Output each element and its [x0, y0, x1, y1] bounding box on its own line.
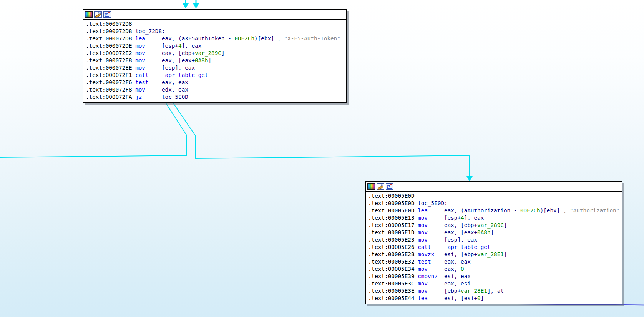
asm-token: lea — [135, 35, 162, 42]
asm-token: mov — [418, 237, 444, 243]
asm-token: .text:00005E17 — [368, 222, 418, 228]
asm-line[interactable]: .text:00005E3E mov [ebp+var_28E1], al — [368, 287, 619, 295]
asm-token: eax, [eax+ — [162, 57, 195, 63]
asm-token: 0 — [461, 266, 464, 272]
asm-line[interactable]: .text:000072F6 test eax, eax — [86, 79, 344, 86]
basic-block-loc_72D8[interactable]: ⇄.text:000072D8.text:000072D8 loc_72D8:.… — [83, 9, 347, 103]
asm-token: ] — [208, 57, 212, 63]
group-nodes-icon[interactable]: ⇄ — [386, 183, 393, 190]
asm-token: loc_5E0D: — [418, 200, 447, 206]
disasm-listing: .text:00005E0D.text:00005E0D loc_5E0D:.t… — [366, 192, 622, 304]
asm-line[interactable]: .text:00005E17 mov eax, [ebp+var_289C] — [368, 222, 619, 229]
asm-token: call — [418, 244, 444, 250]
asm-token: lea — [418, 207, 444, 214]
asm-token: .text:00005E2B — [368, 251, 418, 257]
asm-token: mov — [418, 280, 444, 287]
basic-block-loc_5E0D[interactable]: ⇄.text:00005E0D.text:00005E0D loc_5E0D:.… — [365, 181, 622, 304]
asm-token: [ebp+ — [444, 288, 461, 294]
edge-jz-to-loc_5E0D — [171, 100, 470, 177]
asm-token: ] — [504, 222, 507, 228]
asm-line[interactable]: .text:00005E2B movzx esi, [ebp+var_28E1] — [368, 251, 619, 258]
asm-token: .text:00005E0D — [368, 207, 418, 214]
asm-token: loc_5E0D — [162, 94, 188, 100]
asm-token: mov — [135, 50, 162, 56]
node-color-icon[interactable] — [367, 183, 375, 190]
group-nodes-icon[interactable]: ⇄ — [103, 11, 111, 18]
group-arrows-glyph: ⇄ — [387, 184, 390, 189]
asm-token: _apr_table_get — [162, 72, 208, 78]
asm-line[interactable]: .text:00005E13 mov [esp+4], eax — [368, 214, 619, 222]
asm-token: mov — [135, 87, 162, 93]
disasm-listing: .text:000072D8.text:000072D8 loc_72D8:.t… — [83, 20, 346, 102]
asm-token: mov — [418, 266, 444, 272]
asm-line[interactable]: .text:00005E0D lea eax, (aAuthorization … — [368, 207, 619, 214]
asm-line[interactable]: .text:000072F8 mov edx, eax — [86, 86, 344, 93]
asm-line[interactable]: .text:00005E39 cmovnz esi, eax — [368, 273, 619, 280]
asm-line[interactable]: .text:000072EE mov [esp], eax — [86, 64, 344, 72]
asm-token: eax, eax — [444, 259, 471, 265]
asm-token: mov — [135, 57, 162, 63]
asm-token: .text:000072D8 — [86, 21, 132, 27]
asm-token: .text:00005E26 — [368, 244, 418, 250]
asm-token: .text:000072D8 — [86, 28, 135, 34]
asm-token: eax, — [444, 266, 461, 272]
edit-node-icon[interactable] — [377, 183, 384, 190]
asm-line[interactable]: .text:00005E44 lea esi, [esi+0] — [368, 295, 619, 302]
asm-token: 4 — [461, 215, 464, 221]
asm-token: [esp], eax — [162, 65, 195, 71]
asm-line[interactable]: .text:000072D8 — [86, 20, 344, 28]
asm-token: mov — [135, 65, 162, 71]
asm-token: ], eax — [182, 43, 202, 49]
asm-token: mov — [418, 288, 444, 294]
asm-line[interactable]: .text:000072F1 call _apr_table_get — [86, 72, 344, 79]
asm-token: .text:000072D8 — [86, 35, 135, 42]
asm-line[interactable]: .text:00005E34 mov eax, 0 — [368, 265, 619, 273]
edge-incoming-right-arrowhead — [193, 3, 199, 8]
asm-token: )[ebx] — [540, 207, 560, 214]
node-color-icon[interactable] — [85, 11, 93, 18]
asm-line[interactable]: .text:00005E32 test eax, eax — [368, 258, 619, 265]
asm-token: eax, esi — [444, 280, 471, 287]
asm-token: .text:00005E0D — [368, 193, 415, 199]
asm-token: [esp+ — [444, 215, 461, 221]
asm-token: esi, eax — [444, 273, 471, 279]
asm-token: var_289C — [195, 50, 221, 56]
asm-line[interactable]: .text:000072E8 mov eax, [eax+0A8h] — [86, 57, 344, 64]
asm-token: ] — [481, 295, 484, 301]
asm-token: .text:00005E0D — [368, 200, 418, 206]
asm-line[interactable]: .text:00005E0D loc_5E0D: — [368, 200, 619, 207]
asm-line[interactable]: .text:000072FA jz loc_5E0D — [86, 93, 344, 101]
asm-token: 0A8h — [477, 229, 490, 235]
asm-line[interactable]: .text:000072DE mov [esp+4], eax — [86, 42, 344, 50]
asm-token: var_28E1 — [461, 288, 487, 294]
asm-token: 0DE2Ch — [234, 35, 254, 42]
asm-token: mov — [418, 229, 444, 235]
asm-token: ] — [491, 229, 494, 235]
asm-token: eax, (aXF5AuthToken - — [162, 35, 234, 42]
asm-line[interactable]: .text:000072D8 loc_72D8: — [86, 28, 344, 35]
asm-token: var_28E1 — [477, 251, 504, 257]
asm-line[interactable]: .text:000072E2 mov eax, [ebp+var_289C] — [86, 50, 344, 57]
asm-token: var_289C — [477, 222, 504, 228]
asm-line[interactable]: .text:00005E0D — [368, 192, 619, 200]
asm-token: _apr_table_get — [444, 244, 491, 250]
asm-line[interactable]: .text:00005E23 mov [esp], eax — [368, 236, 619, 244]
asm-line[interactable]: .text:00005E3C mov eax, esi — [368, 280, 619, 287]
asm-line[interactable]: .text:000072D8 lea eax, (aXF5AuthToken -… — [86, 35, 344, 42]
asm-line[interactable]: .text:00005E26 call _apr_table_get — [368, 244, 619, 251]
asm-token: .text:000072F1 — [86, 72, 135, 78]
edit-node-icon[interactable] — [94, 11, 102, 18]
asm-token: .text:000072E8 — [86, 57, 135, 63]
asm-token: .text:00005E13 — [368, 215, 418, 221]
asm-token: lea — [418, 295, 444, 301]
graph-canvas[interactable]: ⇄.text:000072D8.text:000072D8 loc_72D8:.… — [0, 0, 644, 317]
asm-token: [esp], eax — [444, 237, 477, 243]
asm-token: .text:00005E1D — [368, 229, 418, 235]
asm-token: .text:00005E23 — [368, 237, 418, 243]
asm-line[interactable]: .text:00005E1D mov eax, [eax+0A8h] — [368, 229, 619, 236]
asm-token: .text:000072EE — [86, 65, 135, 71]
asm-token: test — [135, 79, 162, 85]
asm-token: ; "X-F5-Auth-Token" — [274, 35, 340, 42]
asm-token: ] — [504, 251, 507, 257]
asm-token: .text:000072FA — [86, 94, 135, 100]
